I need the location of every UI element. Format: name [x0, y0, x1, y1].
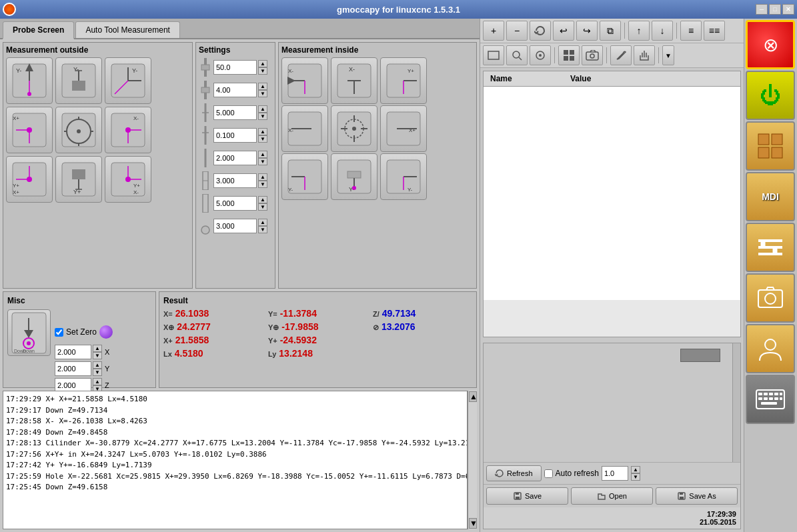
- tb-wrench-button[interactable]: [610, 45, 632, 65]
- set-zero-checkbox[interactable]: [55, 328, 63, 337]
- inside-probe-right-mid[interactable]: X+: [380, 105, 427, 152]
- settings-input-2[interactable]: [213, 105, 257, 120]
- tb-camera-button[interactable]: [582, 45, 603, 65]
- emergency-stop-button[interactable]: ⊗: [746, 20, 795, 69]
- inside-probe-right-bot[interactable]: Y-: [380, 153, 427, 200]
- tb-search-button[interactable]: [506, 45, 528, 65]
- tb-grid-button[interactable]: [558, 45, 580, 65]
- misc-spin-down-y[interactable]: ▼: [93, 369, 102, 376]
- scroll-down[interactable]: ▼: [469, 518, 477, 529]
- settings-input-5[interactable]: [213, 173, 257, 188]
- power-button[interactable]: ⏻: [746, 71, 795, 120]
- spin-down-4[interactable]: ▼: [258, 158, 267, 165]
- settings-input-3[interactable]: [213, 128, 257, 143]
- misc-input-row-x: ▲ ▼ X: [55, 345, 113, 359]
- scroll-up[interactable]: ▲: [469, 391, 477, 402]
- inside-probe-center-mid[interactable]: [331, 105, 377, 152]
- settings-input-4[interactable]: [213, 151, 257, 165]
- tb-minus-button[interactable]: −: [506, 21, 528, 41]
- camera-button[interactable]: [746, 273, 795, 323]
- spin-down-3[interactable]: ▼: [258, 135, 267, 143]
- grid-button[interactable]: [746, 121, 795, 171]
- settings-input-7[interactable]: [213, 219, 257, 233]
- probe-x-minus-y-minus[interactable]: X-: [105, 107, 151, 153]
- settings-input-0[interactable]: [213, 60, 257, 75]
- spin-up-0[interactable]: ▲: [258, 60, 267, 67]
- inside-probe-left-top[interactable]: X-: [281, 57, 328, 104]
- tb-plus-button[interactable]: +: [483, 21, 504, 41]
- settings-input-1[interactable]: [213, 83, 257, 97]
- tb-up-button[interactable]: ↑: [628, 21, 650, 41]
- spin-up-6[interactable]: ▲: [258, 196, 267, 203]
- refresh-rate-input[interactable]: [602, 466, 628, 481]
- inside-probe-left-bot[interactable]: Y-: [281, 153, 328, 200]
- svg-rect-124: [680, 493, 683, 495]
- tb-undo-button[interactable]: ↩: [553, 21, 574, 41]
- result-yp-value: -17.9858: [281, 321, 318, 332]
- toolbar-dropdown[interactable]: ▼: [662, 45, 674, 65]
- probe-x-plus-y-plus[interactable]: X+Y+: [6, 156, 53, 203]
- misc-spin-up-x[interactable]: ▲: [93, 345, 102, 352]
- tab-auto-tool-measurement[interactable]: Auto Tool Measurement: [75, 21, 180, 38]
- tb-list-button[interactable]: ≡: [680, 21, 702, 41]
- probe-down-button[interactable]: Down Down: [7, 309, 51, 356]
- inside-probe-left-mid[interactable]: X-: [281, 105, 328, 152]
- tab-probe-screen[interactable]: Probe Screen: [3, 21, 74, 39]
- spin-up-3[interactable]: ▲: [258, 128, 267, 135]
- log-scrollbar[interactable]: ▲ ▼: [468, 391, 477, 529]
- mdi-button[interactable]: MDI: [746, 172, 795, 221]
- misc-y-input[interactable]: [55, 361, 91, 376]
- spin-up-7[interactable]: ▲: [258, 219, 267, 226]
- save-button[interactable]: Save: [486, 487, 568, 505]
- probe-y-minus-center[interactable]: Y-: [55, 57, 102, 104]
- svg-point-136: [765, 339, 776, 350]
- tb-redo-button[interactable]: ↪: [576, 21, 598, 41]
- refresh-rate-down[interactable]: ▼: [631, 473, 640, 481]
- spin-up-1[interactable]: ▲: [258, 83, 267, 90]
- spin-down-7[interactable]: ▼: [258, 226, 267, 233]
- refresh-rate-up[interactable]: ▲: [631, 466, 640, 473]
- inside-probe-right-top[interactable]: Y+: [380, 57, 427, 104]
- tb-circle-button[interactable]: [530, 45, 551, 65]
- result-x: X= 26.1038: [163, 308, 263, 319]
- tb-hand-button[interactable]: [634, 45, 655, 65]
- probe-x-plus-y-minus[interactable]: X+: [6, 107, 53, 153]
- spin-down-2[interactable]: ▼: [258, 113, 267, 120]
- spin-up-2[interactable]: ▲: [258, 105, 267, 113]
- probe-circle-center[interactable]: [55, 107, 102, 153]
- spin-down-6[interactable]: ▼: [258, 203, 267, 211]
- tb-down-button[interactable]: ↓: [652, 21, 673, 41]
- spin-down-5[interactable]: ▼: [258, 181, 267, 188]
- tb-copy-button[interactable]: ⧉: [600, 21, 621, 41]
- spin-btns-2: ▲ ▼: [258, 105, 267, 120]
- probe-x-minus-y-plus[interactable]: X-Y+: [105, 156, 151, 203]
- misc-spin-up-y[interactable]: ▲: [93, 361, 102, 369]
- misc-spin-up-z[interactable]: ▲: [93, 378, 102, 385]
- open-button[interactable]: Open: [571, 487, 653, 505]
- save-as-button[interactable]: Save As: [656, 487, 738, 505]
- misc-x-input[interactable]: [55, 345, 91, 359]
- misc-spin-down-x[interactable]: ▼: [93, 352, 102, 359]
- keyboard-button[interactable]: [746, 375, 795, 424]
- spin-up-5[interactable]: ▲: [258, 173, 267, 181]
- spin-down-0[interactable]: ▼: [258, 67, 267, 75]
- auto-refresh-checkbox[interactable]: [544, 469, 553, 478]
- spin-up-4[interactable]: ▲: [258, 151, 267, 158]
- refresh-button[interactable]: Refresh: [486, 465, 542, 481]
- bottom-scrollbar[interactable]: [732, 343, 740, 462]
- settings-input-6[interactable]: [213, 196, 257, 211]
- probe-y-minus-left[interactable]: Y-: [6, 57, 53, 104]
- tb-rect-button[interactable]: [483, 45, 504, 65]
- tb-list2-button[interactable]: ≡≡: [704, 21, 725, 41]
- probe-y-minus-right[interactable]: Y-: [105, 57, 151, 104]
- spin-down-1[interactable]: ▼: [258, 90, 267, 97]
- inside-probe-center-bot[interactable]: Y-: [331, 153, 377, 200]
- user-button[interactable]: [746, 324, 795, 373]
- close-button[interactable]: ✕: [782, 4, 794, 15]
- probe-y-plus-center[interactable]: Y+: [55, 156, 102, 203]
- minimize-button[interactable]: ─: [756, 4, 768, 15]
- settings-button[interactable]: [746, 223, 795, 272]
- inside-probe-center-top[interactable]: X-: [331, 57, 377, 104]
- maximize-button[interactable]: □: [769, 4, 781, 15]
- tb-refresh-button[interactable]: [530, 21, 551, 41]
